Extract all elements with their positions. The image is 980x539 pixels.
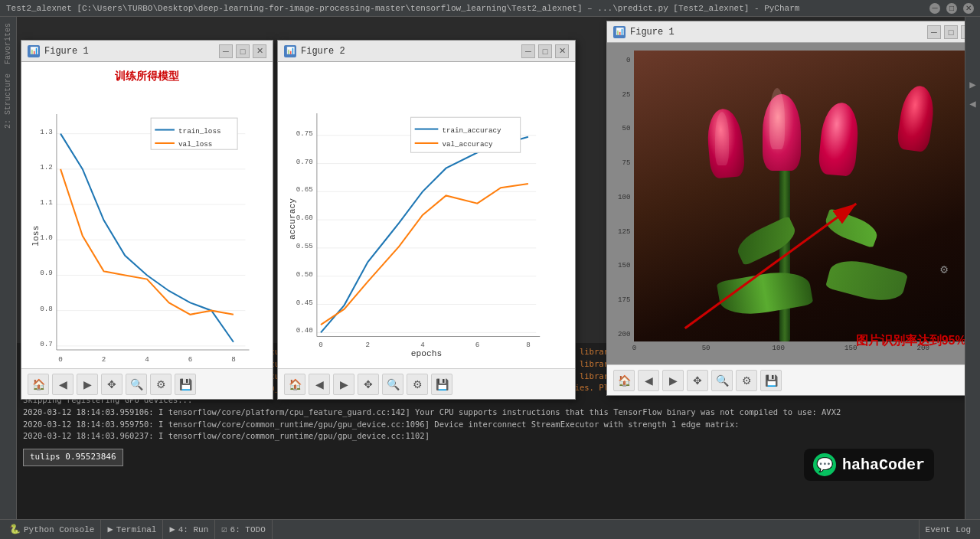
left-sidebar: Favorites 2: Structure <box>0 17 17 519</box>
figure-3-minimize[interactable]: ─ <box>927 25 941 39</box>
svg-text:0: 0 <box>318 341 323 349</box>
run-label: 4: Run <box>178 525 209 534</box>
terminal-tab[interactable]: ▶ Terminal <box>101 520 163 539</box>
figure-1-title: Figure 1 <box>44 46 89 57</box>
svg-text:2: 2 <box>366 341 371 349</box>
svg-text:125: 125 <box>618 227 630 236</box>
run-tab[interactable]: ▶ 4: Run <box>163 520 215 539</box>
todo-icon: ☑ <box>221 524 227 535</box>
svg-text:0: 0 <box>626 56 630 64</box>
svg-text:0.45: 0.45 <box>296 299 313 307</box>
console-line-6: 2020-03-12 18:14:03.959106: I tensorflow… <box>23 407 959 419</box>
back-btn-2[interactable]: ◀ <box>309 374 330 395</box>
watermark-text: hahaCoder <box>842 456 925 474</box>
svg-text:0.70: 0.70 <box>296 158 313 166</box>
home-btn-3[interactable]: 🏠 <box>613 370 635 391</box>
back-btn-1[interactable]: ◀ <box>52 374 74 395</box>
svg-text:0: 0 <box>632 344 636 352</box>
terminal-icon: ▶ <box>107 524 113 535</box>
pan-btn-2[interactable]: ✥ <box>358 374 379 395</box>
home-btn-1[interactable]: 🏠 <box>28 374 49 395</box>
close-button[interactable]: ✕ <box>963 3 974 14</box>
window-controls: ─ □ ✕ <box>929 3 974 14</box>
figure-3-close[interactable]: ✕ <box>961 25 965 39</box>
svg-text:175: 175 <box>618 296 630 304</box>
zoom-btn-1[interactable]: 🔍 <box>126 374 147 395</box>
svg-text:0.65: 0.65 <box>296 185 313 194</box>
watermark: 💬 hahaCoder <box>804 449 934 481</box>
pan-btn-1[interactable]: ✥ <box>101 374 122 395</box>
svg-text:50: 50 <box>622 124 631 132</box>
console-result: tulips 0.95523846 <box>23 449 123 466</box>
svg-text:1.1: 1.1 <box>40 198 53 207</box>
svg-text:val_loss: val_loss <box>178 140 212 149</box>
run-icon: ▶ <box>169 524 175 535</box>
svg-text:8: 8 <box>231 355 236 364</box>
svg-text:2: 2 <box>102 355 106 364</box>
pan-btn-3[interactable]: ✥ <box>687 370 708 391</box>
figure-2-close[interactable]: ✕ <box>555 44 569 58</box>
todo-label: 6: TODO <box>230 525 266 534</box>
figure-3-titlebar[interactable]: 📊 Figure 1 ─ □ ✕ <box>607 21 965 43</box>
svg-text:0.60: 0.60 <box>296 214 313 222</box>
svg-text:150: 150 <box>618 261 630 270</box>
figure-1-minimize[interactable]: ─ <box>219 44 233 58</box>
back-btn-3[interactable]: ◀ <box>638 370 659 391</box>
result-label: 图片识别率达到95%+ <box>856 333 965 349</box>
zoom-btn-3[interactable]: 🔍 <box>711 370 733 391</box>
save-btn-3[interactable]: 💾 <box>760 370 782 391</box>
figure-1-icon: 📊 <box>28 45 40 57</box>
save-btn-2[interactable]: 💾 <box>431 374 452 395</box>
figure-3-image-body: 0 25 50 75 100 125 150 175 200 0 50 100 … <box>607 43 965 364</box>
right-sidebar-icon-2[interactable]: ◀ <box>969 97 975 110</box>
svg-text:0.40: 0.40 <box>296 326 313 335</box>
figure-2-title: Figure 2 <box>301 46 345 57</box>
sidebar-item-structure[interactable]: 2: Structure <box>2 70 14 132</box>
figure-2-body: accuracy 0.40 0.45 0.50 0.55 0.60 0.65 0… <box>278 62 575 368</box>
figure-2-minimize[interactable]: ─ <box>521 44 535 58</box>
save-btn-1[interactable]: 💾 <box>175 374 196 395</box>
svg-text:0.7: 0.7 <box>40 340 53 348</box>
right-sidebar-icon-1[interactable]: ▶ <box>969 78 975 91</box>
figure-1-toolbar: 🏠 ◀ ▶ ✥ 🔍 ⚙ 💾 <box>21 368 273 399</box>
svg-text:4: 4 <box>145 355 149 364</box>
loss-chart: loss 0.7 0.8 0.9 1.0 1.1 1.2 1.3 0 2 4 6… <box>29 87 265 368</box>
title-bar: Test2_alexnet [C:\Users\TURBO\Desktop\de… <box>0 0 980 17</box>
home-btn-2[interactable]: 🏠 <box>284 374 305 395</box>
todo-tab[interactable]: ☑ 6: TODO <box>215 520 272 539</box>
settings-btn-2[interactable]: ⚙ <box>407 374 428 395</box>
maximize-button[interactable]: □ <box>946 3 957 14</box>
figure-1-close[interactable]: ✕ <box>253 44 266 58</box>
svg-text:0.50: 0.50 <box>296 270 313 279</box>
sidebar-item-favorites[interactable]: Favorites <box>2 20 14 67</box>
gear-icon[interactable]: ⚙ <box>940 262 948 277</box>
figure-2-maximize[interactable]: □ <box>538 44 552 58</box>
forward-btn-3[interactable]: ▶ <box>662 370 684 391</box>
svg-text:0.8: 0.8 <box>40 305 53 313</box>
forward-btn-2[interactable]: ▶ <box>333 374 354 395</box>
figure-3-title: Figure 1 <box>630 27 675 38</box>
forward-btn-1[interactable]: ▶ <box>77 374 98 395</box>
status-bar: 🐍 Python Console ▶ Terminal ▶ 4: Run ☑ 6… <box>0 519 980 539</box>
minimize-button[interactable]: ─ <box>929 3 940 14</box>
content-area: 📊 Figure 1 ─ □ ✕ 训练所得模型 loss 0.7 0.8 0. <box>17 17 965 519</box>
settings-btn-3[interactable]: ⚙ <box>736 370 757 391</box>
event-log-tab[interactable]: Event Log <box>919 520 977 539</box>
python-console-tab[interactable]: 🐍 Python Console <box>3 520 101 539</box>
svg-text:train_loss: train_loss <box>178 127 220 136</box>
figure-1-titlebar[interactable]: 📊 Figure 1 ─ □ ✕ <box>21 41 273 62</box>
figure-3-maximize[interactable]: □ <box>944 25 958 39</box>
svg-text:epochs: epochs <box>411 349 442 358</box>
svg-text:25: 25 <box>622 90 631 99</box>
svg-text:50: 50 <box>702 344 710 352</box>
chart-1-title: 训练所得模型 <box>29 70 265 83</box>
zoom-btn-2[interactable]: 🔍 <box>382 374 403 395</box>
figure-2-titlebar[interactable]: 📊 Figure 2 ─ □ ✕ <box>278 41 575 62</box>
accuracy-chart: accuracy 0.40 0.45 0.50 0.55 0.60 0.65 0… <box>286 70 567 361</box>
terminal-label: Terminal <box>116 525 157 534</box>
figure-1-maximize[interactable]: □ <box>236 44 250 58</box>
settings-btn-1[interactable]: ⚙ <box>150 374 172 395</box>
svg-text:4: 4 <box>420 341 425 349</box>
title-text: Test2_alexnet [C:\Users\TURBO\Desktop\de… <box>6 4 799 13</box>
svg-text:val_accuracy: val_accuracy <box>442 140 493 149</box>
